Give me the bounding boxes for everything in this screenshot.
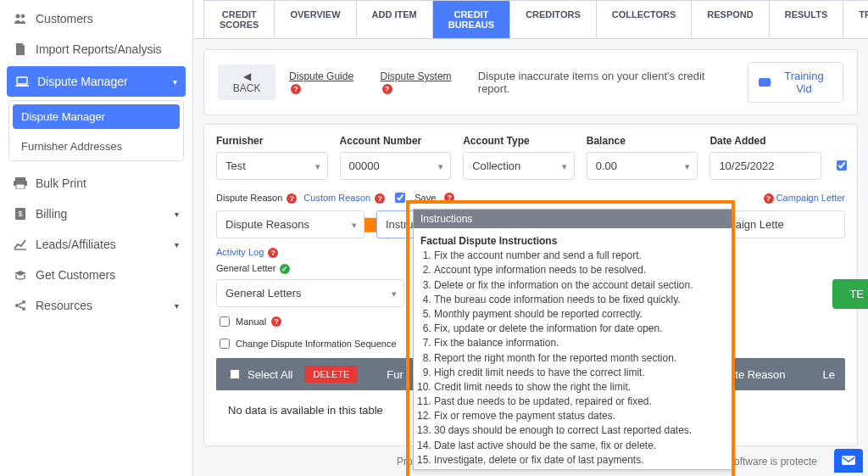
tab-overview[interactable]: OVERVIEW: [275, 0, 356, 38]
chat-icon[interactable]: [834, 449, 863, 473]
document-icon: [14, 42, 27, 56]
dropdown-item[interactable]: 30 days should be enough to correct Last…: [434, 423, 726, 437]
back-button[interactable]: ◀ BACK: [218, 64, 275, 100]
nav-billing[interactable]: $ Billing ▾: [0, 199, 192, 229]
svg-rect-3: [15, 85, 29, 87]
label-general-letter: General Letter: [216, 263, 275, 273]
checkbox-change-sequence[interactable]: [220, 339, 230, 349]
checkbox-select-all[interactable]: [230, 369, 240, 379]
sidebar: Customers Import Reports/Analysis Disput…: [0, 0, 193, 476]
label-date-added: Date Added: [709, 135, 821, 147]
dropdown-item[interactable]: Date last active should be the same, fix…: [434, 439, 726, 452]
nav-customers[interactable]: Customers: [0, 3, 192, 34]
link-dispute-system[interactable]: Dispute System ?: [381, 70, 465, 94]
dropdown-item[interactable]: Monthly payment should be reported corre…: [434, 307, 726, 321]
svg-rect-2: [17, 77, 27, 84]
tab-add-item[interactable]: ADD ITEM: [357, 0, 433, 38]
dropdown-item[interactable]: Fix the balance information.: [434, 336, 726, 350]
link-custom-reason[interactable]: Custom Reason ?: [303, 193, 385, 204]
ok-icon[interactable]: ✓: [280, 264, 290, 274]
svg-rect-12: [842, 456, 855, 465]
nav-import-reports[interactable]: Import Reports/Analysis: [0, 34, 192, 64]
main-content: CREDITSCORES OVERVIEW ADD ITEM CREDITBUR…: [193, 0, 868, 476]
graduation-icon: [14, 268, 27, 282]
dropdown-item[interactable]: Report the right month for the reported …: [434, 351, 726, 365]
training-videos-button[interactable]: Training Vid: [748, 62, 843, 103]
dropdown-section-factual: Factual Dispute Instructions: [420, 235, 726, 247]
select-general-letters[interactable]: General Letters: [216, 279, 404, 307]
info-bar: ◀ BACK Dispute Guide ? Dispute System ? …: [203, 49, 858, 115]
nav-leads[interactable]: Leads/Affiliates ▾: [0, 229, 192, 260]
tab-credit-bureaus[interactable]: CREDITBUREAUS: [433, 0, 510, 38]
sub-nav-dispute-manager[interactable]: Dispute Manager: [13, 104, 180, 129]
nav-label: Resources: [36, 299, 92, 312]
nav-label: Customers: [36, 12, 93, 25]
dropdown-item[interactable]: Delete or fix the information on the acc…: [434, 278, 726, 292]
tab-collectors[interactable]: COLLECTORS: [597, 0, 693, 38]
help-icon[interactable]: ?: [287, 193, 297, 204]
svg-point-0: [16, 14, 20, 19]
nav-label: Billing: [36, 207, 67, 221]
nav-label: Bulk Print: [36, 176, 86, 190]
info-description: Dispute inaccurate items on your client'…: [478, 70, 734, 95]
tab-bar: CREDITSCORES OVERVIEW ADD ITEM CREDITBUR…: [193, 0, 868, 39]
label-furnisher: Furnisher: [216, 135, 328, 147]
tab-trac[interactable]: TRAC: [843, 0, 868, 38]
chevron-down-icon: ▾: [175, 301, 179, 311]
checkbox-save[interactable]: [395, 193, 405, 203]
dropdown-item[interactable]: The bureau code information needs to be …: [434, 293, 726, 306]
svg-text:$: $: [18, 210, 22, 218]
svg-point-9: [22, 300, 25, 304]
chevron-down-icon: ▾: [173, 77, 177, 87]
nav-label: Dispute Manager: [37, 75, 128, 88]
delete-button[interactable]: DELETE: [304, 366, 358, 383]
help-icon[interactable]: ?: [764, 193, 774, 204]
tab-creditors[interactable]: CREDITORS: [510, 0, 597, 38]
help-icon[interactable]: ?: [375, 193, 385, 204]
checkbox-date-row[interactable]: [837, 160, 847, 171]
dropdown-item[interactable]: Fix the account number and send a full r…: [434, 249, 726, 262]
nav-dispute-manager[interactable]: Dispute Manager ▾: [7, 66, 186, 97]
nav-label: Leads/Affiliates: [36, 238, 116, 251]
link-dispute-guide[interactable]: Dispute Guide ?: [289, 70, 366, 94]
nav-bulk-print[interactable]: Bulk Print: [0, 168, 192, 199]
nav-resources[interactable]: Resources ▾: [0, 290, 192, 321]
dropdown-item[interactable]: Credit limit needs to show the right the…: [434, 380, 726, 394]
select-balance[interactable]: 0.00: [587, 152, 698, 180]
help-icon[interactable]: ?: [444, 193, 454, 203]
instructions-dropdown[interactable]: Instructions Factual Dispute Instruction…: [413, 209, 733, 470]
link-campaign-letter[interactable]: Campaign Letter: [776, 193, 845, 203]
tab-respond[interactable]: RESPOND: [692, 0, 769, 38]
dropdown-item[interactable]: Investigate, delete or fix date of last …: [434, 453, 726, 467]
svg-point-10: [15, 304, 19, 307]
share-icon: [14, 299, 27, 312]
help-icon[interactable]: ?: [271, 316, 281, 327]
input-date-added[interactable]: 10/25/2022: [709, 152, 821, 180]
select-account-type[interactable]: Collection: [463, 152, 575, 180]
select-account-number[interactable]: 00000: [340, 152, 452, 180]
label-manual: Manual: [236, 316, 266, 327]
select-furnisher[interactable]: Test: [216, 152, 328, 180]
label-dispute-reason: Dispute Reason ?: [216, 193, 297, 204]
dropdown-item[interactable]: High credit limit needs to have the corr…: [434, 366, 726, 379]
money-icon: $: [14, 207, 27, 221]
save-button[interactable]: TE: [832, 279, 868, 309]
dropdown-item[interactable]: Fix, update or delete the information fo…: [434, 322, 726, 335]
select-dispute-reasons[interactable]: Dispute Reasons: [216, 210, 364, 238]
dropdown-item[interactable]: Fix or remove the payment status dates.: [434, 409, 726, 423]
help-icon[interactable]: ?: [382, 84, 392, 94]
svg-point-11: [22, 307, 25, 311]
checkbox-manual[interactable]: [220, 316, 230, 327]
tab-credit-scores[interactable]: CREDITSCORES: [203, 0, 275, 38]
dropdown-item[interactable]: Past due needs to be updated, repaired o…: [434, 395, 726, 408]
dropdown-body: Factual Dispute Instructions Fix the acc…: [414, 228, 732, 470]
help-icon[interactable]: ?: [268, 248, 278, 258]
chevron-down-icon: ▾: [175, 210, 179, 219]
dropdown-item[interactable]: Account type information needs to be res…: [434, 263, 726, 277]
tab-results[interactable]: RESULTS: [770, 0, 844, 38]
chevron-down-icon: ▾: [175, 240, 179, 249]
help-icon[interactable]: ?: [291, 84, 301, 94]
nav-get-customers[interactable]: Get Customers: [0, 260, 192, 290]
sub-nav-furnisher-addresses[interactable]: Furnisher Addresses: [9, 132, 183, 160]
chart-icon: [14, 238, 27, 251]
